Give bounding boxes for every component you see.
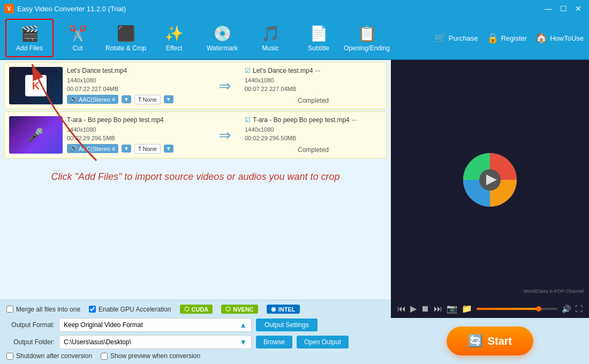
register-label: Register bbox=[501, 34, 527, 42]
effect-icon: ✨ bbox=[165, 25, 184, 42]
bottom-extra-options: Shutdown after conversion Show preview w… bbox=[6, 352, 384, 360]
maximize-button[interactable]: ☐ bbox=[557, 3, 570, 14]
app-title: Easy Video Converter 11.2.0 (Trial) bbox=[17, 5, 126, 13]
toolbar-add-files[interactable]: 🎬 Add Files bbox=[5, 19, 54, 57]
start-button[interactable]: 🔄 Start bbox=[447, 327, 534, 355]
title-bar: V Easy Video Converter 11.2.0 (Trial) — … bbox=[0, 0, 589, 17]
register-button[interactable]: 🔒 Register bbox=[487, 32, 527, 44]
browse-button[interactable]: Browse bbox=[256, 336, 292, 348]
file-thumbnail: K bbox=[9, 67, 63, 104]
merge-label: Merge all files into one bbox=[16, 306, 80, 313]
gpu-checkbox-label[interactable]: Enable GPU Acceleration bbox=[89, 306, 171, 313]
screenshot-button[interactable]: 📷 bbox=[447, 304, 457, 314]
rotate-crop-label: Rotate & Crop bbox=[105, 44, 146, 52]
output-format-value: Keep Original Video Format bbox=[64, 321, 143, 329]
output-file-name: ☑ T-ara - Bo peep Bo peep test.mp4 ··· bbox=[245, 116, 382, 124]
effect-label: Effect bbox=[166, 44, 182, 52]
output-format-select[interactable]: Keep Original Video Format ▲ bbox=[59, 318, 252, 332]
subtitle-label: Subtitle bbox=[308, 44, 329, 52]
play-button[interactable]: ▶ bbox=[410, 304, 417, 314]
title-bar-controls[interactable]: — ☐ ✕ bbox=[542, 3, 585, 14]
start-icon: 🔄 bbox=[468, 334, 482, 348]
file-thumbnail: 🎤 bbox=[9, 116, 63, 154]
output-settings-button[interactable]: Output Settings bbox=[256, 318, 318, 331]
toolbar-cut[interactable]: ✂️ Cut bbox=[54, 19, 102, 57]
output-folder-select[interactable]: C:\Users\asus\Desktop\ ▼ bbox=[59, 335, 252, 349]
left-panel: K Let's Dance test.mp4 1440x1080 00:07:2… bbox=[0, 60, 391, 364]
audio-dropdown[interactable]: ▼ bbox=[122, 145, 131, 153]
video-preview: WorldClass K-POP Channel bbox=[391, 60, 589, 299]
preview-watermark: WorldClass K-POP Channel bbox=[524, 289, 584, 294]
audio-button[interactable]: 🔊 AAC(Stereo 4 bbox=[67, 144, 118, 153]
howto-icon: 🏠 bbox=[535, 32, 547, 44]
add-files-icon: 🎬 bbox=[20, 25, 39, 42]
file-info: Let's Dance test.mp4 1440x1080 00:07:22 … bbox=[67, 67, 204, 104]
toolbar-effect[interactable]: ✨ Effect bbox=[150, 19, 198, 57]
nvenc-badge: ⬡ NVENC bbox=[221, 305, 258, 314]
stop-button[interactable]: ⏹ bbox=[421, 304, 429, 314]
file-resolution: 1440x1080 bbox=[67, 77, 204, 84]
file-output: ☑ T-ara - Bo peep Bo peep test.mp4 ··· 1… bbox=[245, 116, 382, 154]
output-format-label: Output Format: bbox=[6, 321, 55, 329]
file-controls: 🔊 AAC(Stereo 4 ▼ T None ▼ bbox=[67, 144, 204, 154]
toolbar-music[interactable]: 🎵 Music bbox=[246, 19, 294, 57]
volume-icon: 🔊 bbox=[562, 305, 571, 313]
progress-dot bbox=[536, 306, 541, 312]
nvenc-icon: ⬡ bbox=[225, 306, 231, 313]
right-panel: WorldClass K-POP Channel ⏮ ▶ ⏹ ⏭ 📷 📁 🔊 ⛶… bbox=[391, 60, 589, 364]
merge-checkbox[interactable] bbox=[6, 306, 13, 313]
output-resolution: 1440x1080 bbox=[245, 126, 382, 133]
seek-bar[interactable] bbox=[477, 308, 557, 310]
folder-select-arrow: ▼ bbox=[239, 338, 247, 346]
file-duration-size: 00:07:22 227.04MB bbox=[67, 86, 204, 92]
start-label: Start bbox=[488, 335, 512, 347]
folder-button[interactable]: 📁 bbox=[462, 304, 472, 314]
toolbar-rotate-crop[interactable]: ⬛ Rotate & Crop bbox=[102, 19, 150, 57]
toolbar-opening-ending[interactable]: 📋 Opening/Ending bbox=[343, 19, 391, 57]
file-controls: 🔊 AAC(Stereo 4 ▼ T None ▼ bbox=[67, 95, 204, 104]
file-name: Let's Dance test.mp4 bbox=[67, 67, 204, 74]
preview-checkbox[interactable] bbox=[101, 353, 108, 360]
shutdown-checkbox[interactable] bbox=[6, 353, 13, 360]
output-folder-label: Output Folder: bbox=[6, 338, 55, 346]
fullscreen-button[interactable]: ⛶ bbox=[575, 305, 583, 313]
video-controls: ⏮ ▶ ⏹ ⏭ 📷 📁 🔊 ⛶ bbox=[391, 299, 589, 318]
skip-forward-button[interactable]: ⏭ bbox=[434, 304, 442, 314]
subtitle-dropdown[interactable]: ▼ bbox=[164, 95, 173, 103]
merge-checkbox-label[interactable]: Merge all files into one bbox=[6, 306, 80, 313]
audio-button[interactable]: 🔊 AAC(Stereo 4 bbox=[67, 95, 118, 104]
check-icon: ☑ bbox=[245, 67, 251, 74]
howto-button[interactable]: 🏠 HowToUse bbox=[535, 32, 584, 44]
toolbar: 🎬 Add Files ✂️ Cut ⬛ Rotate & Crop ✨ Eff… bbox=[0, 17, 589, 60]
start-section: 🔄 Start bbox=[391, 318, 589, 364]
file-name: T-ara - Bo peep Bo peep test.mp4 bbox=[67, 116, 204, 124]
opening-ending-label: Opening/Ending bbox=[344, 44, 390, 52]
skip-back-button[interactable]: ⏮ bbox=[397, 304, 406, 314]
subtitle-button[interactable]: T None bbox=[134, 144, 161, 154]
subtitle-button[interactable]: T None bbox=[134, 95, 161, 104]
minimize-button[interactable]: — bbox=[542, 3, 555, 14]
gpu-checkbox[interactable] bbox=[89, 306, 96, 313]
purchase-icon: 🛒 bbox=[434, 32, 446, 44]
purchase-button[interactable]: 🛒 Purchase bbox=[434, 32, 478, 44]
status-badge: Completed bbox=[245, 146, 382, 154]
opening-ending-icon: 📋 bbox=[358, 25, 376, 42]
open-output-button[interactable]: Open Output bbox=[297, 336, 349, 348]
intel-icon: ◉ bbox=[271, 306, 276, 313]
toolbar-right: 🛒 Purchase 🔒 Register 🏠 HowToUse bbox=[434, 32, 584, 44]
close-button[interactable]: ✕ bbox=[572, 3, 585, 14]
preview-checkbox-label[interactable]: Show preview when conversion bbox=[101, 352, 200, 360]
audio-dropdown[interactable]: ▼ bbox=[122, 95, 131, 103]
bottom-controls: Merge all files into one Enable GPU Acce… bbox=[0, 300, 391, 364]
subtitle-dropdown[interactable]: ▼ bbox=[164, 145, 173, 153]
shutdown-checkbox-label[interactable]: Shutdown after conversion bbox=[6, 352, 92, 360]
convert-arrow: ⇒ bbox=[208, 116, 240, 154]
music-icon: 🎵 bbox=[261, 25, 280, 42]
howto-label: HowToUse bbox=[550, 34, 584, 42]
cut-label: Cut bbox=[73, 44, 83, 52]
progress-fill bbox=[477, 308, 541, 310]
toolbar-watermark[interactable]: 💿 Watermark bbox=[198, 19, 246, 57]
toolbar-subtitle[interactable]: 📄 Subtitle bbox=[294, 19, 343, 57]
list-item: K Let's Dance test.mp4 1440x1080 00:07:2… bbox=[4, 62, 387, 109]
status-badge: Completed bbox=[245, 97, 382, 104]
